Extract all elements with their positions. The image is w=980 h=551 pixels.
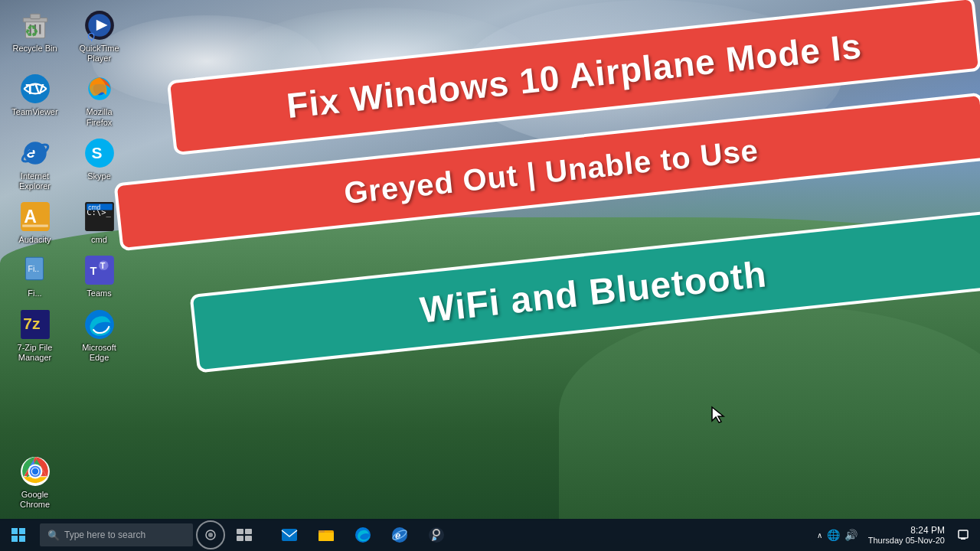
desktop-icon-firefox[interactable]: Mozilla Firefox xyxy=(70,70,128,130)
clock[interactable]: 8:24 PM Thursday 05-Nov-20 xyxy=(864,525,949,545)
system-tray: ∧ 🌐 🔊 8:24 PM Thursday 05-Nov-20 xyxy=(815,519,980,551)
file1-label: Fi... xyxy=(28,289,41,298)
desktop-icon-7zip[interactable]: 7z 7-Zip File Manager xyxy=(6,305,64,366)
desktop: ♻ Recycle Bin Q QuickTime Player T xyxy=(0,0,980,551)
cortana-button[interactable] xyxy=(196,520,225,549)
svg-rect-50 xyxy=(318,530,325,533)
cmd-label: cmd xyxy=(91,235,107,245)
svg-text:A: A xyxy=(24,207,37,227)
svg-rect-2 xyxy=(30,14,40,18)
clock-date: Thursday 05-Nov-20 xyxy=(868,536,945,545)
svg-text:♻: ♻ xyxy=(24,22,39,40)
mail-icon xyxy=(280,526,299,544)
cortana-icon xyxy=(204,529,217,541)
start-button[interactable] xyxy=(0,519,37,551)
file-explorer-icon xyxy=(317,526,335,544)
network-icon[interactable]: 🌐 xyxy=(827,529,840,541)
svg-text:S: S xyxy=(91,144,102,161)
task-view-button[interactable] xyxy=(228,519,260,551)
notification-button[interactable] xyxy=(952,519,974,551)
edge-taskbar-icon xyxy=(354,526,372,544)
tray-expand-icon[interactable]: ∧ xyxy=(815,531,824,540)
bottom-icons: Google Chrome xyxy=(6,452,64,513)
svg-rect-46 xyxy=(237,536,243,541)
taskbar: 🔍 Type here to search xyxy=(0,519,980,551)
desktop-icon-chrome[interactable]: Google Chrome xyxy=(6,452,64,513)
edge-label: Microsoft Edge xyxy=(74,343,125,363)
svg-point-41 xyxy=(31,468,38,474)
svg-text:T: T xyxy=(100,261,106,270)
desktop-icon-audacity[interactable]: A Audacity xyxy=(6,197,64,248)
svg-rect-60 xyxy=(961,538,965,540)
taskbar-apps: e xyxy=(272,519,815,551)
svg-rect-45 xyxy=(245,529,252,534)
taskbar-app-steam[interactable] xyxy=(419,519,454,551)
chrome-label: Google Chrome xyxy=(9,490,60,510)
svg-point-58 xyxy=(433,537,436,540)
desktop-icon-edge[interactable]: Microsoft Edge xyxy=(70,305,128,366)
desktop-icon-ie[interactable]: e Internet Explorer xyxy=(6,134,64,194)
svg-text:T: T xyxy=(90,266,96,278)
taskbar-app-explorer[interactable] xyxy=(309,519,344,551)
7zip-label: 7-Zip File Manager xyxy=(9,343,60,363)
desktop-icons-grid: ♻ Recycle Bin Q QuickTime Player T xyxy=(6,6,132,366)
search-placeholder: Type here to search xyxy=(64,530,145,540)
teamviewer-label: TeamViewer xyxy=(11,107,57,117)
recycle-bin-label: Recycle Bin xyxy=(12,44,57,54)
firefox-label: Mozilla Firefox xyxy=(74,107,125,127)
svg-rect-47 xyxy=(245,536,252,541)
search-icon: 🔍 xyxy=(47,530,60,541)
task-view-icon xyxy=(237,529,252,541)
svg-text:7z: 7z xyxy=(23,315,40,332)
desktop-icon-skype[interactable]: S Skype xyxy=(70,134,128,194)
notification-icon xyxy=(958,530,969,540)
svg-rect-59 xyxy=(959,530,968,538)
tray-icons: 🌐 🔊 xyxy=(827,529,858,541)
desktop-icon-quicktime[interactable]: Q QuickTime Player xyxy=(70,6,128,67)
cloud-3 xyxy=(459,0,842,153)
taskbar-app-edge[interactable] xyxy=(345,519,381,551)
windows-logo-icon xyxy=(11,528,25,542)
ie-taskbar-icon: e xyxy=(390,526,409,544)
taskbar-app-mail[interactable] xyxy=(272,519,307,551)
steam-icon xyxy=(427,526,446,544)
desktop-icon-recycle-bin[interactable]: ♻ Recycle Bin xyxy=(6,6,64,67)
desktop-icon-teamviewer[interactable]: TV TeamViewer xyxy=(6,70,64,130)
clock-time: 8:24 PM xyxy=(910,525,945,536)
svg-text:Q: Q xyxy=(87,31,95,41)
svg-text:Fi..: Fi.. xyxy=(28,264,39,273)
search-bar[interactable]: 🔍 Type here to search xyxy=(40,523,193,546)
ie-label: Internet Explorer xyxy=(9,171,60,191)
svg-point-43 xyxy=(208,533,213,537)
svg-rect-44 xyxy=(237,529,243,534)
volume-icon[interactable]: 🔊 xyxy=(844,529,858,541)
skype-label: Skype xyxy=(87,171,111,181)
audacity-label: Audacity xyxy=(18,235,51,245)
quicktime-label: QuickTime Player xyxy=(74,44,125,64)
taskbar-app-ie2[interactable]: e xyxy=(382,519,417,551)
svg-rect-22 xyxy=(22,225,48,227)
desktop-icon-cmd[interactable]: C:\>_ cmd cmd xyxy=(70,197,128,248)
desktop-icon-teams[interactable]: T T Teams xyxy=(70,251,128,302)
desktop-icon-file1[interactable]: Fi.. Fi... xyxy=(6,251,64,302)
teams-label: Teams xyxy=(87,289,111,298)
svg-text:cmd: cmd xyxy=(88,204,100,211)
svg-rect-51 xyxy=(318,533,334,541)
svg-rect-48 xyxy=(282,529,297,541)
